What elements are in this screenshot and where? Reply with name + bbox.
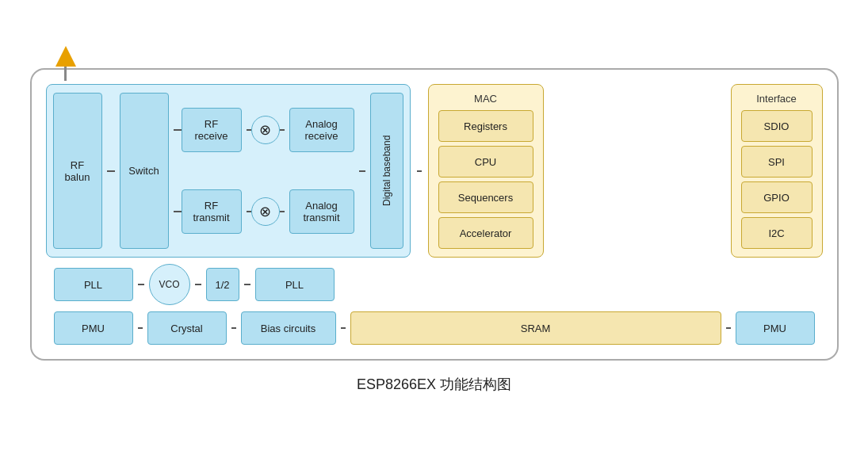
rf-balun-box: RF balun — [53, 93, 102, 249]
digital-baseband-label: Digital baseband — [381, 136, 392, 206]
rf-receive-row: RFreceive — [174, 108, 242, 152]
mac-group: MAC Registers CPU Sequencers Accelerator — [428, 84, 544, 258]
diagram-title: ESP8266EX 功能结构图 — [357, 375, 511, 394]
line4 — [247, 129, 251, 131]
analog-receive-label: Analogreceive — [305, 118, 338, 142]
vco-label: VCO — [159, 279, 179, 290]
pll-right-box: PLL — [255, 268, 335, 301]
crystal-label: Crystal — [170, 323, 202, 334]
switch-label: Switch — [128, 165, 159, 177]
bias-circuits-label: Bias circuits — [261, 323, 315, 334]
line1 — [107, 93, 115, 249]
pll-left-box: PLL — [54, 268, 133, 301]
pll-row: PLL VCO 1/2 PLL — [46, 264, 823, 305]
registers-box: Registers — [438, 110, 533, 142]
rf-col-lines: RFreceive RFtransmit — [174, 93, 242, 249]
pll-line2 — [195, 284, 201, 285]
rf-receive-label: RFreceive — [195, 118, 228, 142]
mac-title: MAC — [474, 93, 497, 105]
pll-line3 — [244, 284, 250, 285]
cross-transmit-wrapper: ⊗ — [247, 197, 285, 226]
sequencers-box: Sequencers — [438, 181, 533, 213]
cpu-label: CPU — [475, 156, 496, 168]
diagram-container: RF balun Switch — [18, 68, 851, 394]
rf-balun-label: RF balun — [59, 159, 97, 183]
interface-group: Interface SDIO SPI GPIO I2C — [731, 84, 823, 258]
cross-receive: ⊗ — [251, 116, 280, 144]
switch-wrapper: Switch — [120, 93, 169, 249]
diagram-layout: RF balun Switch — [46, 84, 823, 345]
gpio-box: GPIO — [741, 181, 813, 213]
b-line3 — [341, 327, 346, 329]
half-label: 1/2 — [215, 279, 229, 291]
bias-circuits-box: Bias circuits — [241, 311, 336, 345]
switch-box: Switch — [120, 93, 169, 249]
accelerator-box: Accelerator — [438, 217, 533, 249]
spacer1 — [550, 84, 725, 258]
analog-col: Analogreceive Analogtransmit — [289, 93, 354, 249]
spi-box: SPI — [741, 146, 813, 178]
pll-right-label: PLL — [285, 279, 304, 291]
rf-group: RF balun Switch — [46, 84, 411, 258]
half-box: 1/2 — [206, 268, 239, 301]
crystal-box: Crystal — [147, 311, 227, 345]
connector-line — [107, 170, 115, 172]
pll-left-label: PLL — [84, 279, 102, 291]
cross-transmit: ⊗ — [251, 197, 280, 226]
pmu-left-box: PMU — [54, 311, 133, 345]
line6 — [247, 211, 251, 212]
pmu-right-box: PMU — [736, 311, 815, 345]
diagram-board: RF balun Switch — [30, 68, 839, 361]
cross-receive-wrapper: ⊗ — [247, 116, 285, 144]
top-section: RF balun Switch — [46, 84, 823, 258]
sram-box: SRAM — [350, 311, 721, 345]
rf-balun-wrapper: RF balun — [53, 93, 102, 249]
i2c-label: I2C — [768, 227, 784, 239]
connector-mac — [417, 170, 422, 172]
rf-transmit-box: RFtransmit — [182, 189, 242, 234]
bottom-row: PMU Crystal Bias circuits SRAM PMU — [46, 311, 823, 345]
antenna-line — [64, 67, 67, 81]
sdio-label: SDIO — [764, 120, 790, 132]
analog-transmit-box: Analogtransmit — [289, 189, 354, 234]
vco-box: VCO — [149, 264, 190, 305]
cpu-box: CPU — [438, 146, 533, 178]
digital-baseband-box: Digital baseband — [370, 93, 403, 249]
pmu-right-label: PMU — [763, 323, 786, 334]
line5 — [280, 129, 285, 131]
pmu-left-label: PMU — [82, 323, 105, 334]
b-line4 — [726, 327, 731, 329]
b-line1 — [138, 327, 143, 329]
registers-label: Registers — [464, 120, 507, 132]
interface-title: Interface — [756, 93, 797, 105]
sram-label: SRAM — [521, 323, 551, 334]
line3 — [174, 211, 182, 212]
line8 — [359, 93, 365, 249]
b-line2 — [231, 327, 236, 329]
sdio-box: SDIO — [741, 110, 813, 142]
gpio-label: GPIO — [763, 192, 790, 204]
rf-transmit-label: RFtransmit — [193, 200, 229, 223]
line2 — [174, 129, 182, 131]
antenna — [55, 46, 76, 81]
analog-transmit-label: Analogtransmit — [303, 200, 339, 223]
accelerator-label: Accelerator — [460, 227, 512, 239]
sequencers-label: Sequencers — [458, 192, 513, 204]
analog-receive-box: Analogreceive — [289, 108, 354, 152]
i2c-box: I2C — [741, 217, 813, 249]
line7 — [280, 211, 285, 212]
rf-transmit-row: RFtransmit — [174, 189, 242, 234]
line-to-mac — [417, 84, 422, 258]
connector-line8 — [359, 170, 365, 172]
cross-col: ⊗ ⊗ — [247, 93, 285, 249]
spi-label: SPI — [768, 156, 785, 168]
antenna-triangle — [55, 46, 76, 67]
rf-receive-box: RFreceive — [182, 108, 242, 152]
pll-line1 — [138, 284, 144, 285]
